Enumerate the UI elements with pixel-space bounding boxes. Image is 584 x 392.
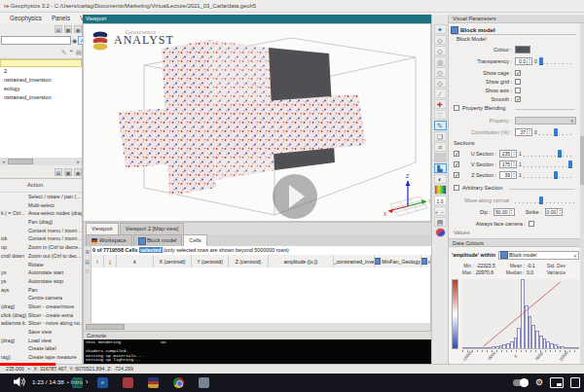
text-tool-icon[interactable]: ≡ — [434, 142, 447, 152]
right-panel-scrollbar[interactable] — [580, 23, 584, 364]
column-header[interactable]: Y (centroid) — [192, 255, 229, 267]
property-blending-checkbox[interactable] — [454, 105, 459, 111]
dock-panel-icon[interactable]: ▣ — [64, 25, 72, 33]
zoom-plus-minus-icon[interactable]: + − — [434, 206, 447, 216]
menu-item[interactable]: Panels — [52, 15, 70, 21]
column-header[interactable]: k — [117, 255, 154, 267]
video-progress-bar[interactable] — [0, 363, 584, 366]
line-tool-icon[interactable]: ∕ — [434, 89, 447, 98]
target-select[interactable]: Block model — [498, 251, 579, 260]
move-normal-slider[interactable] — [515, 196, 574, 204]
section-spinner[interactable]: 39 — [499, 171, 517, 179]
stamp-tool-icon[interactable]: ❏ — [434, 131, 447, 141]
crosshair-tool-icon[interactable]: ✚ — [434, 99, 447, 109]
chapter-chevron-icon[interactable]: › — [86, 378, 88, 385]
centre-target-icon[interactable]: ◎ — [434, 56, 447, 66]
face-camera-checkbox[interactable] — [529, 221, 534, 227]
scroll-thumb[interactable] — [86, 324, 125, 330]
column-header[interactable]: density_constrained_inversion ([u.]) — [334, 255, 375, 267]
scroll-thumb[interactable] — [580, 136, 584, 185]
cells-table-body[interactable] — [91, 267, 430, 323]
column-header[interactable]: amplitude ([u.]) — [269, 255, 334, 267]
tree-item[interactable]: nstrained_inversion — [0, 93, 82, 102]
transparency-slider[interactable] — [539, 57, 574, 65]
contribution-spinner[interactable]: 37 — [515, 128, 532, 136]
dip-spinner[interactable]: 90.00 — [493, 208, 515, 216]
visibility-icon[interactable]: ◉ — [74, 25, 82, 33]
app-red-icon[interactable] — [123, 377, 133, 388]
section-checkbox[interactable] — [454, 151, 459, 157]
tags-icon[interactable]: ▤ — [434, 217, 447, 227]
preview-eye-icon[interactable]: ◉ — [72, 37, 77, 45]
slider-handle[interactable] — [554, 128, 558, 135]
slider-handle[interactable] — [568, 160, 572, 167]
section-spinner[interactable]: 175 — [499, 160, 517, 168]
viewport-tab[interactable]: Viewport — [86, 223, 119, 234]
table-hscrollbar[interactable] — [84, 323, 430, 331]
viewport-tab[interactable]: Viewport 2 [Map view] — [120, 223, 185, 234]
chart-tool-icon[interactable]: ▙ — [434, 163, 447, 173]
strike-spinner[interactable]: 0.00 — [545, 208, 564, 216]
arbitrary-section-checkbox[interactable] — [454, 185, 459, 191]
section-slider[interactable] — [524, 171, 574, 179]
spinner-arrows-icon[interactable] — [511, 161, 516, 167]
miniplayer-icon[interactable] — [550, 377, 564, 388]
video-play-button[interactable] — [273, 174, 317, 219]
scroll-right-icon[interactable]: ▸ — [75, 158, 82, 165]
tree-item[interactable]: 2 — [0, 67, 82, 76]
dock-panel-icon[interactable]: ▣ — [64, 168, 72, 176]
tree-item[interactable]: nstrained_inversion — [0, 76, 82, 85]
search-input[interactable] — [1, 36, 71, 45]
slider-handle[interactable] — [558, 150, 562, 157]
scroll-left-icon[interactable]: ◂ — [0, 158, 7, 165]
scroll-thumb[interactable] — [8, 159, 33, 164]
column-header[interactable]: Z (centroid) — [229, 255, 269, 267]
data-tab[interactable]: Cells — [183, 234, 206, 246]
pan-select-tool-icon[interactable]: ✦ — [434, 24, 447, 34]
filter-tool-icon[interactable]: ▽ — [434, 110, 447, 120]
compass-u-icon[interactable]: ◇ — [434, 35, 447, 45]
note-icon[interactable]: ▤ — [76, 49, 82, 56]
file-explorer-icon[interactable] — [199, 377, 209, 388]
colormap-icon[interactable] — [434, 185, 447, 195]
property-select[interactable] — [515, 117, 576, 125]
analyst-app-icon[interactable] — [148, 377, 159, 388]
edit-pencil-icon[interactable]: ✎ — [61, 49, 66, 56]
column-header[interactable]: X (centroid) — [154, 255, 192, 267]
viewport-3d-scene[interactable]: X Y Z Geoscience ANALYST — [83, 23, 431, 222]
colour-swatch[interactable] — [515, 46, 530, 53]
save-table-icon[interactable]: ▤ — [85, 259, 91, 265]
spinner-arrows-icon[interactable] — [509, 209, 514, 215]
contribution-slider[interactable] — [539, 128, 574, 136]
yt-progress-played[interactable] — [0, 363, 55, 366]
edge-browser-icon[interactable]: e — [97, 377, 108, 388]
column-header[interactable]: MinFan_Geology — [375, 255, 421, 267]
tree-item[interactable] — [0, 59, 82, 67]
transparency-spinner[interactable]: 0.0 — [515, 57, 532, 65]
checkbox[interactable] — [515, 79, 521, 85]
scale-value-box[interactable]: 1.0 — [434, 196, 447, 205]
export-table-icon[interactable]: ⊞ — [85, 249, 91, 255]
sphere-colormap-icon[interactable] — [435, 228, 446, 237]
section-spinner[interactable]: 235 — [499, 150, 517, 158]
data-tab[interactable]: Workspace — [86, 234, 132, 246]
autoplay-toggle[interactable] — [513, 379, 529, 386]
column-header[interactable]: magsus_constrained_ — [421, 255, 430, 267]
spinner-arrows-icon[interactable] — [557, 209, 562, 215]
section-checkbox[interactable] — [454, 161, 459, 167]
spinner-arrows-icon[interactable] — [511, 151, 516, 157]
palette-tool-icon[interactable]: ◐ — [434, 174, 447, 184]
compass-z-icon[interactable]: ◇ — [434, 67, 447, 77]
checkbox[interactable] — [515, 96, 521, 102]
swatch-tool-icon[interactable] — [434, 153, 447, 162]
section-slider[interactable] — [524, 160, 574, 168]
float-panel-icon[interactable]: ⊞ — [55, 25, 62, 33]
filter-table-icon[interactable]: ▽ — [85, 268, 91, 274]
tree-item[interactable]: eology — [0, 85, 82, 93]
data-tab[interactable]: Block model — [133, 234, 182, 246]
compass-v-icon[interactable]: ◇ — [434, 46, 447, 55]
checkbox[interactable] — [515, 70, 521, 76]
section-slider[interactable] — [524, 150, 574, 158]
volume-icon[interactable] — [14, 376, 26, 387]
column-header[interactable]: j — [104, 255, 117, 267]
